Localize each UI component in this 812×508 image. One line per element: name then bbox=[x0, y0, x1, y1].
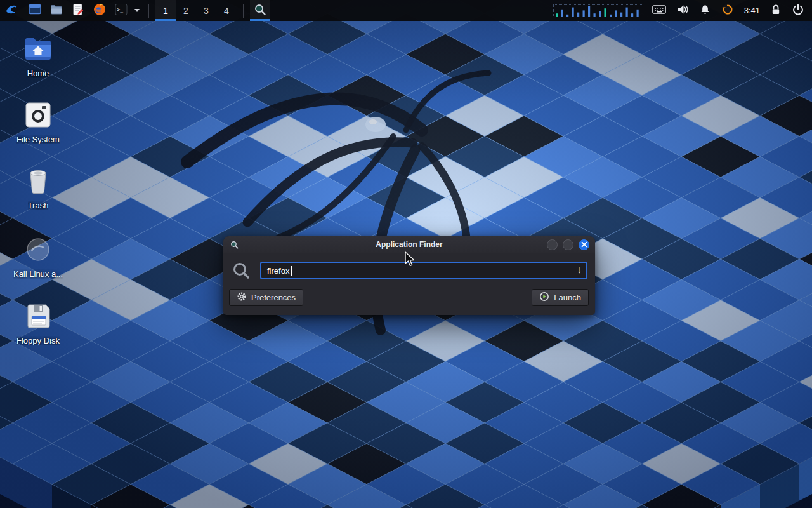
file-manager-icon bbox=[28, 3, 42, 18]
workspace-2[interactable]: 2 bbox=[176, 0, 196, 21]
launch-button[interactable]: Launch bbox=[532, 289, 589, 306]
lock-screen-button[interactable] bbox=[770, 3, 782, 18]
log-out-button[interactable] bbox=[792, 3, 804, 18]
preferences-button[interactable]: Preferences bbox=[229, 289, 303, 306]
home-folder-icon bbox=[23, 34, 53, 64]
desktop-icon-kali-docs[interactable]: Kali Linux a... bbox=[6, 234, 70, 279]
window-title: Application Finder bbox=[376, 240, 442, 249]
kali-docs-icon bbox=[24, 234, 52, 265]
volume-button[interactable] bbox=[676, 3, 689, 18]
kali-logo-icon bbox=[4, 2, 20, 19]
search-input[interactable]: firefox ↓ bbox=[260, 262, 587, 279]
monitor-bars bbox=[554, 5, 643, 17]
launcher-firefox[interactable] bbox=[89, 0, 110, 21]
desktop-icon-label: Floppy Disk bbox=[16, 336, 60, 345]
panel-tray: 3:41 bbox=[652, 3, 812, 18]
chevron-down-icon bbox=[134, 9, 140, 12]
tray-status-button[interactable] bbox=[721, 3, 734, 18]
application-finder-window: Application Finder firefox ↓ bbox=[223, 236, 595, 315]
launcher-file-browser[interactable] bbox=[46, 0, 67, 21]
desktop-icon-label: File System bbox=[16, 135, 60, 144]
application-finder-app-icon bbox=[230, 240, 239, 250]
text-editor-icon bbox=[71, 3, 85, 18]
kali-menu-button[interactable] bbox=[0, 0, 24, 21]
panel-separator bbox=[148, 4, 149, 18]
close-icon bbox=[581, 240, 587, 250]
keyboard-icon bbox=[652, 4, 666, 17]
terminal-dropdown-button[interactable] bbox=[132, 0, 142, 21]
desktop-icon-floppy-disk[interactable]: Floppy Disk bbox=[6, 301, 70, 345]
desktop-icon-label: Home bbox=[27, 69, 49, 78]
workspace-1[interactable]: 1 bbox=[155, 0, 176, 21]
desktop-icon-label: Trash bbox=[28, 201, 49, 210]
desktop-icon-label: Kali Linux a... bbox=[13, 269, 63, 279]
search-icon bbox=[232, 261, 251, 280]
workspace-3[interactable]: 3 bbox=[196, 0, 216, 21]
workspace-switcher: 1 2 3 4 bbox=[155, 0, 237, 21]
text-caret bbox=[291, 266, 292, 276]
floppy-disk-icon bbox=[24, 301, 52, 331]
launcher-text-editor[interactable] bbox=[67, 0, 89, 21]
trash-icon bbox=[24, 166, 52, 196]
launch-label: Launch bbox=[554, 293, 581, 302]
notifications-button[interactable] bbox=[699, 4, 711, 18]
lock-icon bbox=[770, 3, 782, 18]
top-panel: >_ 1 2 3 4 bbox=[0, 0, 812, 21]
log-out-icon bbox=[792, 3, 804, 18]
launch-icon bbox=[539, 291, 549, 304]
desktop-icon-file-system[interactable]: File System bbox=[6, 100, 70, 144]
application-finder-icon bbox=[253, 3, 267, 18]
panel-left-group: >_ 1 2 3 4 bbox=[0, 0, 270, 21]
maximize-button[interactable] bbox=[563, 239, 573, 250]
titlebar[interactable]: Application Finder bbox=[223, 236, 595, 253]
close-button[interactable] bbox=[579, 239, 589, 250]
launcher-terminal[interactable]: >_ bbox=[110, 0, 132, 21]
keyboard-layout-button[interactable] bbox=[652, 4, 666, 17]
mouse-cursor bbox=[404, 251, 418, 267]
terminal-icon: >_ bbox=[114, 3, 128, 18]
search-input-value: firefox bbox=[267, 266, 289, 276]
folder-icon bbox=[49, 3, 63, 18]
panel-separator bbox=[243, 4, 244, 18]
desktop-icon-home[interactable]: Home bbox=[6, 34, 70, 78]
bell-icon bbox=[699, 4, 711, 18]
preferences-label: Preferences bbox=[251, 293, 296, 302]
drive-icon bbox=[24, 100, 52, 130]
clock[interactable]: 3:41 bbox=[744, 6, 760, 15]
workspace-4[interactable]: 4 bbox=[216, 0, 237, 21]
minimize-button[interactable] bbox=[547, 239, 558, 250]
dropdown-arrow-icon[interactable]: ↓ bbox=[577, 264, 582, 276]
desktop: >_ 1 2 3 4 bbox=[0, 0, 812, 508]
desktop-icon-trash[interactable]: Trash bbox=[6, 166, 70, 210]
launcher-file-manager[interactable] bbox=[24, 0, 46, 21]
status-arrow-icon bbox=[721, 3, 734, 18]
action-row: Preferences Launch bbox=[223, 284, 595, 306]
svg-text:>_: >_ bbox=[117, 7, 124, 13]
system-monitor-graph[interactable] bbox=[553, 4, 643, 17]
volume-icon bbox=[676, 3, 689, 18]
gear-icon bbox=[237, 291, 247, 304]
firefox-icon bbox=[93, 3, 107, 18]
taskbar-application-finder[interactable] bbox=[250, 0, 270, 21]
window-controls bbox=[547, 236, 589, 253]
